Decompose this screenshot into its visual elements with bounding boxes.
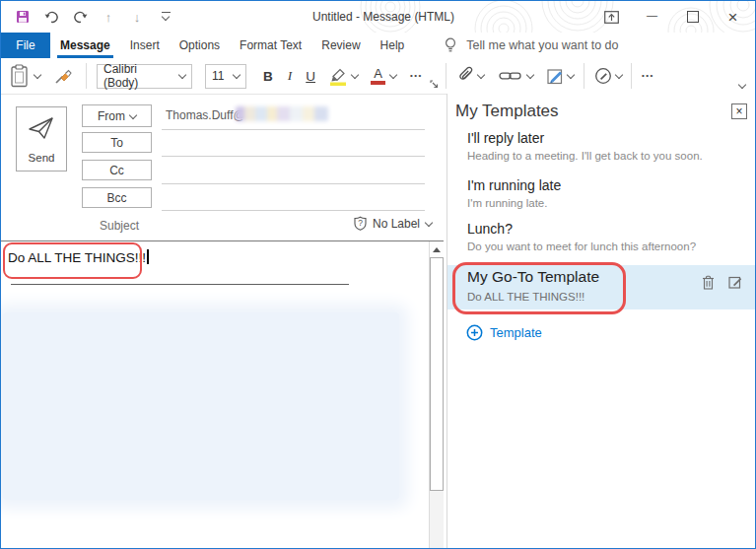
- chevron-down-icon: [233, 71, 241, 79]
- tab-options[interactable]: Options: [170, 33, 230, 58]
- send-button[interactable]: Send: [16, 106, 67, 172]
- tab-file[interactable]: File: [1, 33, 50, 58]
- svg-text:?: ?: [358, 218, 363, 228]
- bold-button[interactable]: B: [263, 69, 273, 84]
- tab-insert[interactable]: Insert: [120, 33, 170, 58]
- ribbon-display-options-icon[interactable]: [591, 1, 632, 33]
- tell-me-label: Tell me what you want to do: [466, 38, 618, 52]
- move-up-icon[interactable]: ↑: [101, 8, 116, 26]
- from-field-underline: [162, 129, 425, 130]
- link-dropdown-icon[interactable]: [526, 71, 534, 79]
- template-actions: [702, 275, 742, 290]
- to-button[interactable]: To: [82, 132, 152, 153]
- paste-icon[interactable]: [11, 64, 30, 88]
- toolbar-divider: [631, 63, 632, 89]
- paper-plane-icon: [28, 116, 55, 140]
- triangle-up-icon: [433, 247, 441, 252]
- ribbon-tab-row: File Message Insert Options Format Text …: [1, 33, 755, 58]
- template-title: Lunch?: [467, 220, 746, 238]
- paste-dropdown-icon[interactable]: [34, 71, 41, 79]
- minimize-button[interactable]: —: [632, 1, 672, 33]
- close-button[interactable]: ×: [713, 1, 753, 33]
- font-size-select[interactable]: 11: [205, 64, 246, 89]
- scrollbar-thumb[interactable]: [430, 257, 444, 491]
- from-value: Thomas.Duff@: [166, 108, 245, 122]
- attach-dropdown-icon[interactable]: [477, 71, 485, 79]
- text-cursor: [147, 249, 149, 264]
- subject-label: Subject: [100, 219, 139, 233]
- link-icon[interactable]: [499, 70, 521, 82]
- cc-field[interactable]: [162, 183, 425, 184]
- scroll-up-button[interactable]: [430, 241, 444, 257]
- tab-review[interactable]: Review: [311, 33, 370, 58]
- circle-plus-icon: [466, 324, 483, 341]
- template-item[interactable]: I'm running late I'm running late.: [467, 176, 746, 210]
- message-body[interactable]: Do ALL THE THINGS!!!: [1, 241, 428, 548]
- tab-format-text[interactable]: Format Text: [230, 33, 311, 58]
- red-annotation-template: [452, 262, 626, 314]
- italic-button[interactable]: I: [288, 68, 293, 84]
- maximize-button[interactable]: [672, 1, 713, 33]
- to-field[interactable]: [162, 156, 425, 157]
- send-label: Send: [29, 152, 55, 164]
- dialog-launcher-icon[interactable]: [430, 80, 439, 89]
- cc-button[interactable]: Cc: [82, 160, 152, 180]
- underline-button[interactable]: U: [306, 69, 315, 84]
- shield-question-icon: ?: [354, 216, 367, 231]
- signature-dropdown-icon[interactable]: [567, 71, 575, 79]
- window-title: Untitled - Message (HTML): [312, 10, 454, 24]
- add-template-label: Template: [490, 325, 542, 340]
- from-button[interactable]: From: [82, 104, 152, 127]
- pane-title: My Templates: [455, 102, 559, 121]
- tab-message[interactable]: Message: [50, 33, 120, 58]
- undo-icon[interactable]: [43, 8, 59, 26]
- more-commands-icon[interactable]: •••: [642, 72, 654, 80]
- editor-dropdown-icon[interactable]: [615, 71, 623, 79]
- font-color-icon[interactable]: A: [371, 67, 385, 85]
- more-formatting-icon[interactable]: •••: [410, 72, 423, 80]
- red-annotation-body: [3, 242, 142, 279]
- signature-icon[interactable]: [547, 68, 564, 85]
- move-down-icon[interactable]: ↓: [129, 8, 145, 26]
- toolbar-divider: [446, 63, 447, 89]
- delete-template-icon[interactable]: [702, 275, 715, 290]
- toolbar-divider: [86, 63, 87, 89]
- body-highlight-glow: [3, 312, 399, 500]
- editor-icon[interactable]: [594, 67, 612, 85]
- format-painter-icon[interactable]: [54, 67, 73, 85]
- title-bar: ↑ ↓ Untitled - Message (HTML) — ×: [1, 1, 755, 33]
- lightbulb-icon: [444, 37, 457, 53]
- template-item[interactable]: Lunch? Do you want to meet for lunch thi…: [467, 220, 746, 253]
- template-subtitle: Heading to a meeting. I'll get back to y…: [467, 149, 746, 163]
- attach-file-icon[interactable]: [458, 66, 473, 86]
- collapse-ribbon-icon[interactable]: [738, 81, 746, 89]
- window-controls: — ×: [591, 1, 753, 33]
- template-title: I'll reply later: [467, 129, 746, 147]
- tell-me-box[interactable]: Tell me what you want to do: [444, 33, 618, 58]
- text-highlight-icon[interactable]: [328, 66, 348, 86]
- outlook-message-window: ↑ ↓ Untitled - Message (HTML) — × File M…: [0, 0, 756, 549]
- redo-icon[interactable]: [72, 8, 88, 26]
- font-name-select[interactable]: Calibri (Body): [97, 64, 192, 89]
- template-item[interactable]: I'll reply later Heading to a meeting. I…: [467, 129, 746, 163]
- template-subtitle: I'm running late.: [467, 196, 746, 210]
- customize-qat-icon[interactable]: [158, 8, 173, 26]
- sensitivity-value: No Label: [373, 217, 420, 231]
- pane-close-button[interactable]: ×: [731, 103, 747, 119]
- sensitivity-control[interactable]: ? No Label: [354, 216, 432, 231]
- chevron-down-icon: [178, 71, 186, 79]
- edit-template-icon[interactable]: [728, 275, 742, 289]
- bcc-button[interactable]: Bcc: [82, 187, 152, 208]
- add-template-button[interactable]: Template: [466, 324, 542, 341]
- tab-help[interactable]: Help: [371, 33, 415, 58]
- quick-access-toolbar: ↑ ↓: [15, 1, 173, 33]
- save-icon[interactable]: [15, 8, 31, 26]
- highlight-dropdown-icon[interactable]: [351, 71, 359, 79]
- font-name-value: Calibri (Body): [103, 62, 173, 90]
- bcc-field[interactable]: [162, 210, 425, 211]
- from-value-redaction: [236, 106, 328, 121]
- font-color-dropdown-icon[interactable]: [389, 71, 397, 79]
- my-templates-pane: My Templates × I'll reply later Heading …: [447, 94, 756, 548]
- body-scrollbar: [429, 241, 444, 548]
- template-title: I'm running late: [467, 176, 746, 194]
